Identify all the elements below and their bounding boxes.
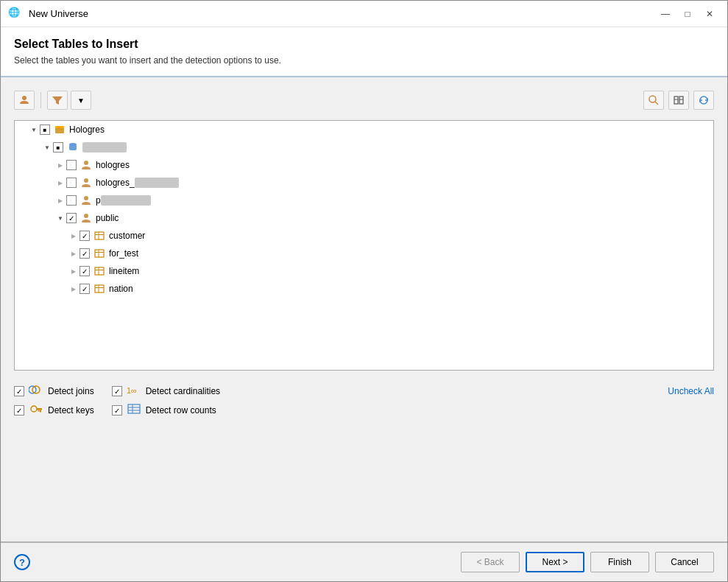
chevron-down-icon: ▼ — [77, 97, 85, 105]
tree-toggle-icon[interactable] — [28, 124, 40, 136]
svg-point-32 — [31, 406, 37, 412]
title-bar: 🌐 New Universe — □ ✕ — [1, 1, 727, 27]
detect-joins-label: Detect joins — [48, 386, 94, 396]
refresh-icon — [698, 94, 710, 106]
app-logo-icon: 🌐 — [8, 7, 23, 21]
tree-toggle-icon[interactable] — [68, 248, 79, 259]
user-icon — [80, 194, 92, 206]
search-toolbar-button[interactable] — [643, 91, 664, 110]
minimize-button[interactable]: — — [655, 6, 676, 22]
columns-toolbar-button[interactable] — [668, 91, 689, 110]
tree-checkbox[interactable] — [66, 195, 77, 206]
table-icon — [93, 229, 106, 242]
tree-checkbox[interactable] — [79, 284, 90, 294]
detect-row-counts-label: Detect row counts — [146, 405, 216, 416]
cancel-button[interactable]: Cancel — [655, 552, 714, 572]
tree-item-label: customer — [109, 231, 145, 241]
filter-icon — [52, 95, 63, 105]
svg-marker-1 — [52, 97, 63, 105]
tree-checkbox[interactable] — [53, 142, 63, 152]
tree-checkbox[interactable] — [66, 213, 77, 223]
page-title: Select Tables to Insert — [14, 38, 714, 51]
filter-dropdown-button[interactable]: ▼ — [71, 91, 91, 110]
next-button[interactable]: Next > — [526, 552, 584, 572]
tree-checkbox[interactable] — [66, 178, 77, 188]
svg-point-15 — [84, 196, 88, 200]
svg-point-13 — [84, 161, 88, 165]
finish-button[interactable]: Finish — [590, 552, 649, 572]
detect-row-counts-checkbox[interactable] — [112, 405, 122, 416]
tree-row[interactable]: public — [15, 209, 713, 227]
tree-item-label-blurred — [101, 195, 151, 206]
tree-toggle-icon[interactable] — [54, 194, 66, 206]
footer: ? < Back Next > Finish Cancel — [1, 542, 727, 581]
detect-cardinalities-option: 1∞ Detect cardinalities — [112, 384, 220, 399]
detect-joins-checkbox[interactable] — [14, 386, 24, 396]
tree-container[interactable]: Hologres — [14, 120, 714, 371]
detect-keys-checkbox[interactable] — [14, 405, 24, 416]
tree-row[interactable] — [15, 139, 713, 156]
options-section: Detect joins 1∞ Detect cardinalities Unc… — [14, 378, 714, 424]
tree-toggle-icon[interactable] — [54, 177, 66, 189]
footer-left: ? — [14, 554, 30, 570]
uncheck-all-link[interactable]: Uncheck All — [668, 386, 714, 396]
tree-toggle-icon[interactable] — [54, 159, 66, 171]
detect-cardinalities-checkbox[interactable] — [112, 386, 122, 396]
tree-toggle-icon[interactable] — [68, 283, 79, 295]
tree-item-label-blurred — [135, 178, 179, 188]
joins-icon — [29, 384, 43, 396]
tree-checkbox[interactable] — [66, 160, 77, 170]
help-button[interactable]: ? — [14, 554, 30, 570]
options-row-1: Detect joins 1∞ Detect cardinalities Unc… — [14, 384, 714, 399]
tree-checkbox[interactable] — [40, 125, 50, 135]
person-schema-icon — [79, 194, 93, 207]
grid-icon — [93, 283, 105, 295]
tree-row[interactable]: Hologres — [15, 121, 713, 139]
back-button[interactable]: < Back — [461, 552, 520, 572]
tree-toggle-icon[interactable] — [68, 265, 79, 277]
tree-row[interactable]: nation — [15, 280, 713, 298]
filter-toolbar-button[interactable] — [47, 91, 68, 110]
tree-row[interactable]: p — [15, 192, 713, 209]
svg-rect-9 — [55, 126, 64, 128]
tree-toggle-icon[interactable] — [41, 141, 53, 153]
window-controls: — □ ✕ — [655, 6, 720, 22]
person-schema-icon — [79, 176, 93, 189]
tree-toggle-icon[interactable] — [54, 212, 66, 224]
detect-cardinalities-label: Detect cardinalities — [146, 386, 220, 396]
tree-toggle-icon[interactable] — [68, 230, 79, 242]
svg-rect-33 — [37, 408, 42, 410]
tree-row[interactable]: for_test — [15, 245, 713, 262]
close-button[interactable]: ✕ — [699, 6, 720, 22]
toolbar: ▼ — [14, 88, 714, 113]
svg-rect-34 — [40, 410, 41, 413]
tree-item-label: for_test — [109, 248, 138, 259]
footer-buttons: < Back Next > Finish Cancel — [461, 552, 714, 572]
user-icon — [80, 159, 92, 171]
tree-checkbox[interactable] — [79, 266, 90, 276]
search-icon — [648, 94, 660, 106]
tree-item-label: public — [96, 213, 119, 223]
table-icon — [93, 247, 106, 260]
person-toolbar-button[interactable] — [14, 91, 35, 110]
tree-row[interactable]: hologres — [15, 156, 713, 174]
svg-rect-17 — [95, 232, 104, 239]
tree-row[interactable]: customer — [15, 227, 713, 245]
svg-point-14 — [84, 178, 88, 183]
tree-row[interactable]: hologres_ — [15, 174, 713, 192]
detect-joins-icon — [29, 384, 43, 399]
refresh-toolbar-button[interactable] — [693, 91, 714, 110]
window-title: New Universe — [29, 8, 88, 19]
tree-row[interactable]: lineitem — [15, 262, 713, 280]
page-subtitle: Select the tables you want to insert and… — [14, 55, 714, 66]
toolbar-right — [643, 91, 714, 110]
table-icon — [93, 264, 106, 278]
tree-checkbox[interactable] — [79, 231, 90, 241]
person-schema-icon — [79, 211, 93, 225]
svg-point-16 — [84, 214, 88, 218]
tree-checkbox[interactable] — [79, 248, 90, 259]
dialog-window: 🌐 New Universe — □ ✕ Select Tables to In… — [0, 0, 728, 582]
maximize-button[interactable]: □ — [677, 6, 698, 22]
person-schema-icon — [79, 158, 93, 172]
cardinality-icon: 1∞ — [127, 384, 141, 396]
